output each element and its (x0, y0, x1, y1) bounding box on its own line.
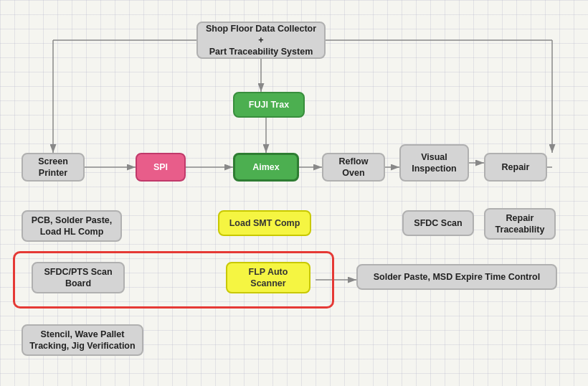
reflow-oven-label: Reflow Oven (339, 156, 369, 179)
solder-paste-msd-node: Solder Paste, MSD Expire Time Control (356, 264, 557, 290)
visual-inspection-node: Visual Inspection (399, 144, 469, 182)
screen-printer-node: Screen Printer (22, 153, 85, 182)
load-smt-label: Load SMT Comp (229, 217, 300, 229)
aimex-node: Aimex (233, 153, 299, 182)
spi-label: SPI (153, 161, 168, 173)
solder-paste-msd-label: Solder Paste, MSD Expire Time Control (374, 271, 540, 283)
sfdc-scan-node: SFDC Scan (402, 210, 474, 236)
fuji-trax-label: FUJI Trax (249, 99, 289, 110)
aimex-label: Aimex (252, 161, 280, 173)
shop-floor-node: Shop Floor Data Collector + Part Traceab… (196, 22, 326, 59)
flp-auto-node: FLP Auto Scanner (226, 262, 310, 293)
pcb-solder-node: PCB, Solder Paste, Load HL Comp (22, 210, 122, 242)
stencil-wave-node: Stencil, Wave Pallet Tracking, Jig Verif… (22, 324, 143, 356)
screen-printer-label: Screen Printer (38, 156, 68, 179)
stencil-wave-label: Stencil, Wave Pallet Tracking, Jig Verif… (29, 329, 135, 352)
sfdc-pts-label: SFDC/PTS Scan Board (44, 266, 112, 290)
sfdc-scan-label: SFDC Scan (414, 217, 462, 229)
reflow-oven-node: Reflow Oven (322, 153, 385, 182)
load-smt-node: Load SMT Comp (218, 210, 311, 236)
repair-traceability-node: Repair Traceability (484, 208, 556, 240)
visual-inspection-label: Visual Inspection (412, 151, 457, 175)
shop-floor-label: Shop Floor Data Collector + Part Traceab… (204, 23, 318, 58)
sfdc-pts-node: SFDC/PTS Scan Board (32, 262, 125, 293)
spi-node: SPI (136, 153, 186, 182)
repair-label: Repair (502, 161, 530, 173)
flp-auto-label: FLP Auto Scanner (249, 266, 288, 290)
pcb-solder-label: PCB, Solder Paste, Load HL Comp (32, 215, 113, 238)
repair-node: Repair (484, 153, 547, 182)
fuji-trax-node: FUJI Trax (233, 92, 305, 118)
repair-traceability-label: Repair Traceability (495, 212, 545, 236)
